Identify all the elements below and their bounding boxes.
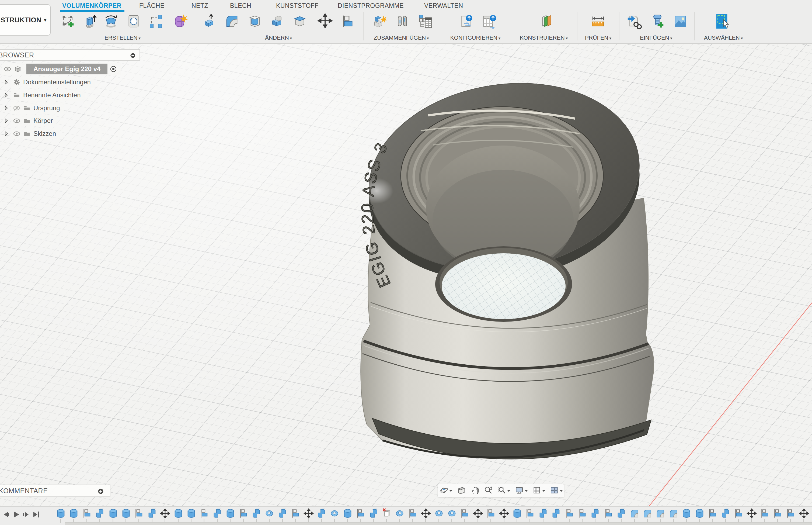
timeline-feature-sketch[interactable] [707,508,719,519]
tab-verwalten[interactable]: VERWALTEN [424,2,463,10]
tree-caret-icon[interactable] [3,105,10,111]
timeline-feature-sketch[interactable] [198,508,210,519]
timeline-feature-sketch[interactable] [733,508,745,519]
radio-icon[interactable] [110,65,117,73]
timeline-feature-move[interactable] [472,508,484,519]
browser-item-skizzen[interactable]: Skizzen [3,128,60,139]
timeline-feature-cylinder[interactable] [107,508,119,519]
timeline-feature-cylinder[interactable] [55,508,67,519]
configuration-table-icon[interactable] [481,13,498,30]
timeline-feature-sketch[interactable] [563,508,575,519]
timeline-feature-move[interactable] [303,508,315,519]
chevron-down-icon[interactable] [560,488,563,493]
tab-fläche[interactable]: FLÄCHE [139,2,165,10]
timeline-feature-error[interactable] [381,508,393,519]
timeline-feature-sketch[interactable] [759,508,771,519]
browser-root-item[interactable]: Ansauger Egig 220 v4 [2,63,121,75]
group-label-konfigurieren[interactable]: KONFIGURIEREN▾ [450,34,501,41]
group-label-ändern[interactable]: ÄNDERN▾ [265,34,292,41]
eye-icon[interactable] [13,117,20,124]
timeline-feature-cylinder[interactable] [224,508,236,519]
timeline-feature-cylinder[interactable] [68,508,80,519]
chevron-down-icon[interactable] [542,488,545,493]
timeline-feature-cylinder[interactable] [681,508,692,519]
tab-kunststoff[interactable]: KUNSTSTOFF [276,2,318,10]
zoom-button[interactable] [483,486,494,496]
create-sketch-icon[interactable] [61,13,77,30]
chevron-down-icon[interactable] [449,488,452,493]
timeline-feature-extrude[interactable] [146,508,158,519]
timeline-feature-extrude[interactable] [212,508,223,519]
browser-header[interactable]: BROWSER [0,49,140,61]
combine-icon[interactable] [269,13,285,30]
insert-fastener-icon[interactable] [649,13,666,30]
3d-viewport[interactable]: EGIG 220 ASS 34 [0,44,812,506]
plus-circle-icon[interactable] [97,488,104,495]
timeline-feature-sketch[interactable] [576,508,588,519]
timeline-feature-move[interactable] [798,508,810,519]
timeline-feature-sketch[interactable] [407,508,419,519]
extrude-icon[interactable] [81,13,98,30]
step-forward-icon[interactable] [22,510,30,519]
new-component-icon[interactable] [371,13,388,30]
timeline-feature-torus[interactable] [446,508,458,519]
timeline-feature-cylinder[interactable] [694,508,706,519]
change-parameters-icon[interactable] [417,13,434,30]
timeline-feature-fillet[interactable] [668,508,680,519]
timeline-feature-sketch[interactable] [81,508,93,519]
pan-button[interactable] [469,486,481,496]
model-canvas[interactable]: EGIG 220 ASS 34 [0,44,812,506]
joint-icon[interactable] [394,13,411,30]
timeline-feature-cylinder[interactable] [120,508,132,519]
group-label-einfügen[interactable]: EINFÜGEN▾ [640,34,672,41]
orbit-button[interactable] [438,486,454,496]
timeline-feature-torus[interactable] [329,508,340,519]
timeline-feature-fillet[interactable] [654,508,666,519]
press-pull-icon[interactable] [201,13,217,30]
context-dropdown-button[interactable]: KONSTRUKTION▾ [0,4,51,35]
group-label-prüfen[interactable]: PRÜFEN▾ [585,34,611,41]
construction-plane-icon[interactable] [538,13,555,30]
chevron-down-icon[interactable] [507,488,510,493]
minus-circle-icon[interactable] [130,52,136,59]
group-label-erstellen[interactable]: ERSTELLEN▾ [105,34,141,41]
browser-item-ursprung[interactable]: Ursprung [3,102,64,114]
comments-panel[interactable]: KOMMENTARE [0,484,110,497]
tree-caret-icon[interactable] [3,117,10,124]
model-body[interactable]: EGIG 220 ASS 34 [342,64,654,459]
group-label-konstruieren[interactable]: KONSTRUIEREN▾ [520,34,568,41]
timeline-feature-cylinder[interactable] [172,508,184,519]
timeline-feature-extrude[interactable] [368,508,380,519]
step-last-icon[interactable] [32,510,40,519]
fillet-icon[interactable] [223,13,240,30]
timeline-feature-sketch[interactable] [485,508,497,519]
configuration-icon[interactable] [458,13,475,30]
browser-item-benannte-ansichten[interactable]: Benannte Ansichten [3,89,84,101]
tree-caret-icon[interactable] [3,92,10,99]
timeline-feature-torus[interactable] [394,508,406,519]
step-first-icon[interactable] [2,510,10,519]
tab-dienstprogramme[interactable]: DIENSTPROGRAMME [338,2,404,10]
root-item-label[interactable]: Ansauger Egig 220 v4 [26,64,107,74]
timeline-feature-extrude[interactable] [589,508,601,519]
eye-icon[interactable] [13,130,20,137]
timeline-feature-sketch[interactable] [237,508,249,519]
timeline-feature-fillet[interactable] [641,508,653,519]
chevron-down-icon[interactable] [525,488,528,493]
create-form-icon[interactable] [172,13,188,30]
group-label-auswählen[interactable]: AUSWÄHLEN▾ [704,34,743,41]
timeline-feature-extrude[interactable] [316,508,328,519]
shell-icon[interactable] [247,13,263,30]
timeline-feature-sketch[interactable] [772,508,784,519]
revolve-icon[interactable] [103,13,119,30]
timeline-feature-cylinder[interactable] [342,508,354,519]
browser-item-körper[interactable]: Körper [3,115,57,126]
canvas-icon[interactable] [672,13,689,30]
timeline-feature-move[interactable] [159,508,171,519]
tab-blech[interactable]: BLECH [230,2,251,10]
timeline-feature-extrude[interactable] [94,508,106,519]
align-icon[interactable] [340,13,356,30]
timeline-feature-sketch[interactable] [133,508,145,519]
timeline-feature-sketch[interactable] [355,508,366,519]
timeline-feature-torus[interactable] [433,508,445,519]
